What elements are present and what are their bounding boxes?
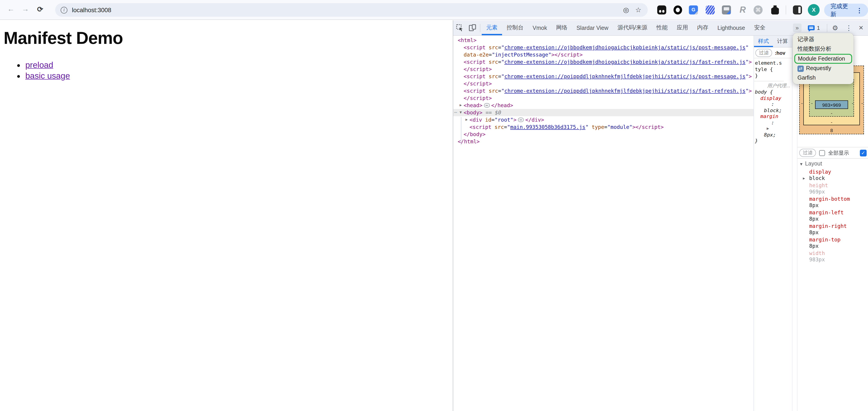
- extension-command-icon[interactable]: ⌘: [753, 5, 763, 14]
- layout-section-header[interactable]: ▼Layout: [799, 160, 822, 167]
- code-token: ": [501, 88, 504, 94]
- tab-performance[interactable]: 性能: [652, 20, 672, 35]
- tab-styles[interactable]: 样式: [754, 36, 773, 47]
- extension-print-icon[interactable]: [722, 5, 731, 14]
- more-tabs-icon[interactable]: »: [793, 24, 801, 32]
- tab-security[interactable]: 安全: [750, 20, 770, 35]
- code-token: ": [585, 124, 588, 130]
- styles-filter-input[interactable]: 过滤: [755, 49, 772, 57]
- extension-oval-icon[interactable]: [674, 5, 682, 14]
- inline-collapsed-dots-icon[interactable]: ⋯: [484, 103, 490, 107]
- resource-link[interactable]: main.99353058b36d3175.js: [510, 124, 585, 130]
- dom-tree-row[interactable]: <html>: [453, 37, 753, 44]
- dom-tree-row[interactable]: <script src="chrome-extension://poippddl…: [453, 73, 753, 80]
- dom-tree-row[interactable]: <script src="chrome-extension://ojbbodke…: [453, 58, 753, 66]
- issues-button[interactable]: 1: [808, 25, 820, 31]
- menu-item-requestly[interactable]: ⇄Requestly: [793, 64, 854, 73]
- preload-link[interactable]: preload: [25, 60, 53, 70]
- menu-item-performance-insights[interactable]: 性能数据分析: [793, 44, 854, 54]
- dom-tree-row[interactable]: </html>: [453, 138, 753, 145]
- menu-item-recorder[interactable]: 记录器: [793, 35, 854, 44]
- dom-tree-row[interactable]: ⋯▼<body> == $0: [453, 109, 753, 116]
- profile-avatar[interactable]: X: [808, 4, 819, 16]
- tab-application[interactable]: 应用: [672, 20, 692, 35]
- list-item: preload: [25, 60, 453, 70]
- collapsed-arrow-icon[interactable]: ▶: [464, 116, 469, 123]
- extensions-flask-icon[interactable]: [771, 5, 779, 14]
- inline-collapsed-dots-icon[interactable]: ⋯: [518, 118, 524, 122]
- dom-tree-row[interactable]: <script src="main.99353058b36d3175.js" t…: [453, 123, 753, 131]
- computed-property[interactable]: margin-bottom8px: [798, 195, 868, 209]
- collapsed-arrow-icon[interactable]: ▶: [458, 102, 464, 109]
- refresh-icon[interactable]: ⟳: [37, 5, 43, 13]
- toolbar-divider: [786, 5, 786, 14]
- update-chrome-label: 完成更新: [831, 2, 852, 18]
- menu-item-module-federation[interactable]: Module Federation: [794, 54, 852, 64]
- side-panel-icon[interactable]: [793, 5, 802, 14]
- property-expand-arrow-icon[interactable]: ▶: [803, 176, 805, 182]
- tab-elements[interactable]: 元素: [482, 20, 502, 35]
- tab-console[interactable]: 控制台: [502, 20, 528, 35]
- preview-eye-icon[interactable]: ◎: [623, 6, 629, 14]
- code-token: ></script>: [632, 124, 664, 130]
- inspect-element-icon[interactable]: [453, 20, 466, 35]
- computed-filter-input[interactable]: 过滤: [799, 149, 816, 157]
- computed-property[interactable]: height969px: [798, 182, 868, 195]
- computed-property[interactable]: width983px: [798, 250, 868, 263]
- tab-vmok[interactable]: Vmok: [528, 20, 552, 35]
- device-toolbar-icon[interactable]: [466, 20, 478, 35]
- menu-item-label: Garfish: [798, 73, 816, 83]
- element-style-rule[interactable]: element.style { }: [754, 58, 784, 82]
- row-overflow-dots-icon[interactable]: ⋯: [454, 109, 457, 116]
- style-rule-line: margin: [755, 114, 792, 120]
- computed-property[interactable]: margin-left8px: [798, 209, 868, 222]
- sidebar-splitter[interactable]: [792, 36, 798, 411]
- devtools-close-icon[interactable]: ✕: [859, 24, 864, 31]
- dom-tree-row[interactable]: ▶<head>⋯</head>: [453, 102, 753, 109]
- computed-property[interactable]: margin-right8px: [798, 222, 868, 236]
- url-text[interactable]: localhost:3008: [72, 6, 111, 13]
- toggle-hover-state-button[interactable]: :hov: [775, 50, 785, 55]
- back-icon[interactable]: ←: [7, 5, 14, 13]
- dom-tree-row[interactable]: </body>: [453, 131, 753, 138]
- dom-tree-row[interactable]: </script>: [453, 66, 753, 73]
- tab-sources[interactable]: 源代码/来源: [613, 20, 652, 35]
- tab-lighthouse[interactable]: Lighthouse: [713, 20, 749, 35]
- dom-tree-row[interactable]: data-e2e="injectPostMessage"></script>: [453, 51, 753, 58]
- dom-tree-row[interactable]: </script>: [453, 95, 753, 102]
- basic-usage-link[interactable]: basic usage: [25, 71, 70, 81]
- forward-icon[interactable]: →: [22, 5, 29, 13]
- resource-link[interactable]: chrome-extension://ojbbodkemjdhoiogaicbc…: [504, 59, 745, 65]
- computed-property[interactable]: margin-top8px: [798, 236, 868, 250]
- resource-link[interactable]: chrome-extension://poippddljpknhnekfmjlf…: [504, 73, 745, 80]
- computed-property[interactable]: display▶block: [798, 168, 868, 182]
- devtools-menu-kebab-icon[interactable]: ⋮: [845, 24, 852, 32]
- show-all-checkbox[interactable]: [819, 150, 825, 156]
- code-token: =: [604, 124, 608, 130]
- tab-memory[interactable]: 内存: [692, 20, 713, 35]
- dom-tree-row[interactable]: ▶<div id="root">⋯</div>: [453, 116, 753, 123]
- settings-gear-icon[interactable]: ⚙: [832, 24, 838, 32]
- update-chrome-button[interactable]: 完成更新 ⋮: [824, 4, 868, 17]
- resource-link[interactable]: chrome-extension://ojbbodkemjdhoiogaicbc…: [504, 44, 745, 51]
- bookmark-star-icon[interactable]: ☆: [635, 6, 641, 14]
- group-checkbox-checked[interactable]: ✓: [860, 150, 867, 156]
- menu-item-garfish[interactable]: Garfish: [793, 73, 854, 83]
- code-token: ": [745, 88, 749, 94]
- tab-slardar-view[interactable]: Slardar View: [572, 20, 613, 35]
- tab-computed[interactable]: 计算: [773, 36, 792, 47]
- browser-menu-kebab-icon[interactable]: ⋮: [856, 6, 863, 14]
- extension-stripes-icon[interactable]: [706, 5, 715, 14]
- dom-tree-row[interactable]: <script src="chrome-extension://ojbbodke…: [453, 44, 753, 51]
- tab-network[interactable]: 网络: [552, 20, 572, 35]
- extension-r-icon[interactable]: R: [738, 5, 747, 14]
- site-info-icon[interactable]: i: [61, 6, 67, 13]
- dom-tree-row[interactable]: </script>: [453, 80, 753, 87]
- address-bar[interactable]: i localhost:3008 ◎ ☆: [55, 3, 648, 17]
- dom-tree-row[interactable]: <script src="chrome-extension://poippddl…: [453, 87, 753, 95]
- body-style-rule[interactable]: body {display:block;margin:▶8px;}: [754, 89, 792, 144]
- expanded-arrow-icon[interactable]: ▼: [458, 109, 464, 116]
- extension-translate-icon[interactable]: G: [689, 5, 698, 14]
- resource-link[interactable]: chrome-extension://poippddljpknhnekfmjlf…: [504, 88, 745, 94]
- extension-panda-icon[interactable]: [657, 5, 666, 14]
